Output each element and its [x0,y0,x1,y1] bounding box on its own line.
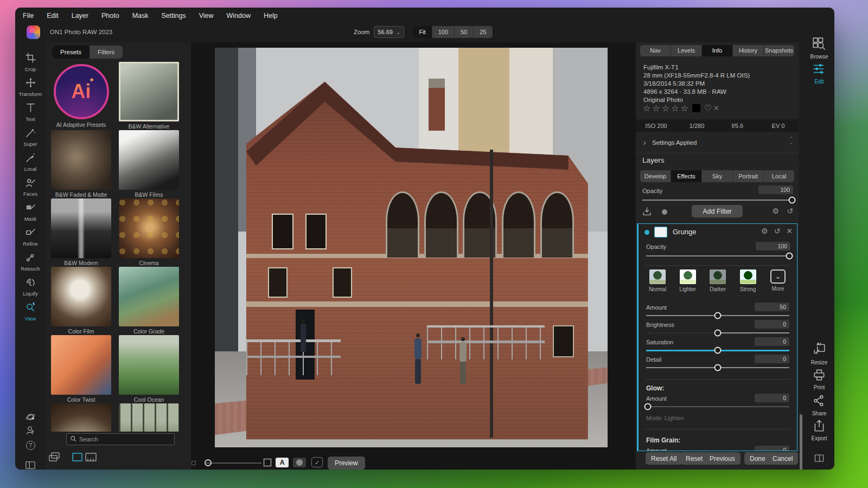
slider-knob[interactable] [714,312,722,319]
brightness-value[interactable]: 0 [755,320,789,329]
tab-history[interactable]: History [733,45,764,56]
preset-item-bw-alternative[interactable]: B&W Alternative [119,62,179,130]
tool-mask[interactable]: Mask [15,202,46,222]
toggle-left-panel-button[interactable] [15,460,46,470]
photo-canvas[interactable] [215,48,608,447]
filter-options-button[interactable]: ⚙ [761,227,768,235]
print-module-button[interactable]: Print [804,368,834,390]
preset-item-bw-faded-matte[interactable]: B&W Faded & Matte [51,130,111,198]
filter-reset-button[interactable]: ↺ [774,227,781,235]
zoom-100-button[interactable]: 100 [432,26,455,38]
tool-local[interactable]: Local [15,152,46,172]
layers-opacity-slider[interactable] [642,196,792,204]
style-darker[interactable]: Darker [705,269,730,292]
heart-icon[interactable]: ♡ [704,103,712,113]
tool-text[interactable]: Text [15,102,46,122]
preset-item-cinema[interactable]: Cinema [119,198,179,267]
slider-knob[interactable] [714,330,722,337]
slider-knob[interactable] [644,403,651,410]
tab-portrait[interactable]: Portrait [733,170,764,182]
slider-knob[interactable] [714,364,722,371]
previous-button[interactable]: Previous [704,452,741,465]
brightness-slider[interactable] [646,329,789,337]
star-icon[interactable]: ☆ [652,103,660,113]
original-compare-button[interactable]: A [276,458,289,467]
export-module-button[interactable]: Export [804,419,834,441]
tab-filters[interactable]: Filters [90,46,123,59]
star-icon[interactable]: ☆ [680,103,688,113]
preset-item-bw-films[interactable]: B&W Films [119,130,179,198]
glow-amount-slider[interactable] [646,403,789,410]
zoom-25-button[interactable]: 25 [474,26,492,38]
tool-refine[interactable]: Refine [15,227,46,247]
expand-chevrons-icon[interactable]: ⌃ ⌄ [789,137,793,145]
filter-delete-button[interactable]: ✕ [786,227,793,235]
filter-opacity-slider[interactable] [646,252,789,260]
menu-mask[interactable]: Mask [132,12,149,20]
star-icon[interactable]: ☆ [643,103,650,113]
saturation-slider[interactable] [646,346,789,354]
slider-knob[interactable] [714,347,722,354]
help-button[interactable]: ? [15,440,46,450]
tab-snapshots[interactable]: Snapshots [764,45,794,56]
right-panel-scrollbar[interactable] [800,414,802,470]
float-windows-button[interactable] [48,452,61,465]
preset-item-cool-ocean[interactable]: Cool Ocean [119,335,179,403]
tab-develop[interactable]: Develop [640,170,671,182]
glow-mode-label[interactable]: Mode: Lighten [646,415,684,421]
tool-transform[interactable]: Transform [15,77,46,97]
preset-item-partial-right[interactable] [119,403,179,432]
tool-super[interactable]: Super [15,127,46,147]
glow-amount-value[interactable]: 0 [755,394,789,402]
preset-item-color-twist[interactable]: Color Twist [51,335,111,403]
preset-item-partial-left[interactable] [51,403,111,432]
canvas-zoom-slider[interactable] [201,459,261,466]
filter-opacity-value[interactable]: 100 [756,242,790,251]
filter-name[interactable]: Grunge [673,228,696,236]
export-layer-button[interactable] [641,206,653,218]
reset-all-button[interactable]: Reset All [646,452,682,465]
menu-window[interactable]: Window [227,12,251,20]
slider-knob[interactable] [789,197,796,204]
tab-levels[interactable]: Levels [671,45,702,56]
tool-crop[interactable]: Crop [15,52,46,72]
style-lighter[interactable]: Lighter [675,269,700,292]
tab-presets[interactable]: Presets [52,46,90,59]
toggle-right-panel-button[interactable] [804,453,834,465]
sync-button[interactable] [15,412,46,425]
menu-file[interactable]: File [23,12,34,20]
saturation-value[interactable]: 0 [755,337,789,346]
tab-nav[interactable]: Nav [640,45,671,56]
tool-view[interactable]: View [15,301,46,322]
compare-view-button[interactable] [263,458,272,470]
film-grain-amount-value[interactable]: 0 [755,446,789,451]
tool-retouch[interactable]: Retouch [15,252,46,272]
slider-knob[interactable] [786,253,793,260]
color-label-swatch[interactable] [692,104,700,112]
tab-local[interactable]: Local [764,170,794,182]
amount-value[interactable]: 50 [755,303,789,311]
menu-view[interactable]: View [199,12,214,20]
star-icon[interactable]: ☆ [671,103,679,113]
zoom-fit-button[interactable]: Fit [413,26,432,38]
preset-item-bw-modern[interactable]: B&W Modern [51,198,111,267]
menu-photo[interactable]: Photo [101,12,119,20]
tab-effects[interactable]: Effects [671,170,702,182]
account-button[interactable] [15,425,46,438]
detail-slider[interactable] [646,364,789,371]
filmstrip-view-button[interactable] [85,452,97,465]
effects-options-button[interactable]: ⚙ [772,207,779,215]
menu-help[interactable]: Help [264,12,278,20]
edit-module-button[interactable]: Edit [804,62,834,85]
tool-faces[interactable]: Faces [15,177,46,197]
preset-item-color-film[interactable]: Color Film [51,267,111,335]
menu-settings[interactable]: Settings [162,12,186,20]
browse-module-button[interactable]: Browse [804,37,834,60]
menu-layer[interactable]: Layer [72,12,88,20]
tab-info[interactable]: Info [702,45,733,56]
zoom-value-dropdown[interactable]: 56.69 ⌄ [374,26,404,38]
settings-applied-row[interactable]: › Settings Applied ⌃ ⌄ [636,137,799,150]
preset-item-ai-adaptive[interactable]: Ai ✦ AI Adaptive Presets [51,62,111,130]
style-more[interactable]: ⌄ More [765,269,790,292]
layers-opacity-value[interactable]: 100 [758,185,793,194]
